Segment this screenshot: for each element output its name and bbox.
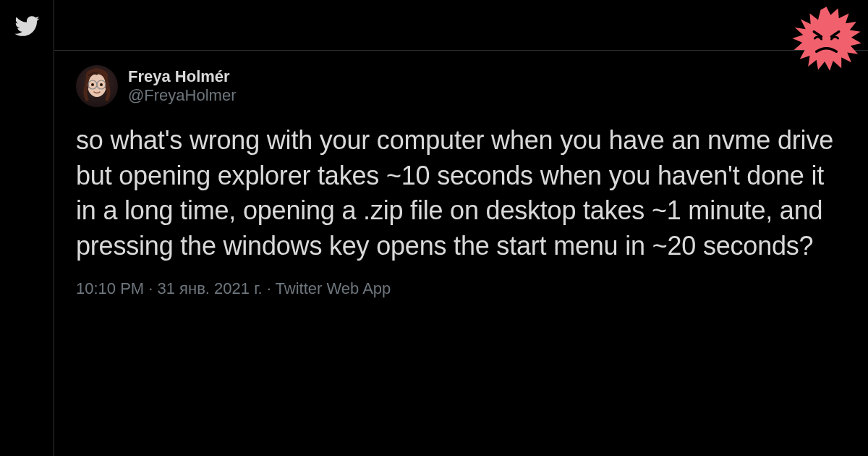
avatar[interactable] bbox=[76, 65, 118, 107]
svg-point-5 bbox=[91, 83, 94, 86]
tweet-source[interactable]: Twitter Web App bbox=[276, 279, 391, 297]
username[interactable]: @FreyaHolmer bbox=[128, 86, 236, 105]
twitter-logo-icon[interactable] bbox=[14, 13, 40, 39]
tweet-time[interactable]: 10:10 PM bbox=[76, 279, 144, 297]
sidebar bbox=[0, 0, 54, 456]
tweet-header: Freya Holmér @FreyaHolmer bbox=[76, 65, 846, 107]
svg-point-6 bbox=[100, 83, 103, 86]
tweet-text: so what's wrong with your computer when … bbox=[76, 123, 846, 263]
tweet-meta: 10:10 PM · 31 янв. 2021 г. · Twitter Web… bbox=[76, 279, 846, 298]
tweet-container: Freya Holmér @FreyaHolmer so what's wron… bbox=[54, 51, 868, 313]
tweet-date[interactable]: 31 янв. 2021 г. bbox=[158, 279, 263, 297]
angry-face-sticker-icon bbox=[785, 0, 868, 83]
display-name[interactable]: Freya Holmér bbox=[128, 67, 236, 86]
topbar bbox=[54, 0, 868, 51]
meta-separator: · bbox=[263, 279, 276, 297]
user-info: Freya Holmér @FreyaHolmer bbox=[128, 67, 236, 106]
meta-separator: · bbox=[144, 279, 157, 297]
